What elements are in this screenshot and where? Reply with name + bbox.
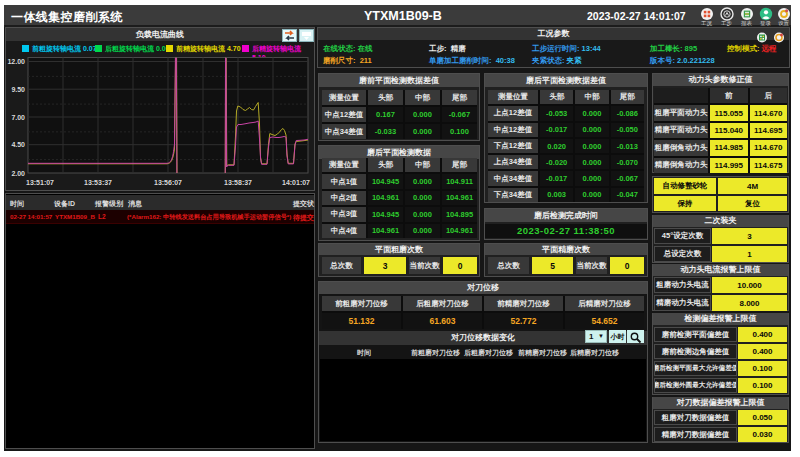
svg-text:2.00: 2.00 <box>11 170 25 177</box>
svg-text:13:51:07: 13:51:07 <box>26 179 54 186</box>
svg-text:14:01:07: 14:01:07 <box>282 179 310 186</box>
svg-text:13:53:37: 13:53:37 <box>84 179 112 186</box>
svg-text:7.00: 7.00 <box>11 114 25 121</box>
svg-text:4.50: 4.50 <box>11 141 25 148</box>
svg-text:9.50: 9.50 <box>11 86 25 93</box>
svg-text:12.00: 12.00 <box>7 58 25 65</box>
svg-text:13:58:37: 13:58:37 <box>224 179 252 186</box>
svg-text:13:56:07: 13:56:07 <box>154 179 182 186</box>
